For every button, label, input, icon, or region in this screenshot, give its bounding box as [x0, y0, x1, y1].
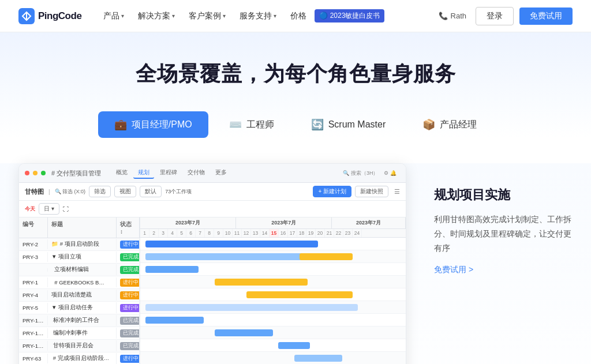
gantt-tab-overview[interactable]: 概览 — [111, 167, 132, 179]
bar-row — [140, 339, 406, 352]
gantt-bar — [145, 317, 204, 324]
gantt-body: 编号 标题 状态 ↕ PRY-2 📁 # 项目启动阶段 进行中 PRY-3 ▼ … — [19, 217, 406, 364]
gantt-today-bar: 今天 日 ▾ ⛶ — [19, 201, 406, 217]
gantt-tab-more[interactable]: 更多 — [211, 167, 231, 179]
tasks-count: 73个工作项 — [165, 188, 192, 196]
gantt-bars — [140, 238, 406, 364]
right-info-panel: 规划项目实施 利用甘特图高效完成计划制定、工作拆分、时间规划及里程碑确定，让交付… — [434, 163, 573, 275]
nav-whitepaper-badge[interactable]: 🔵 2023敏捷白皮书 — [315, 9, 384, 22]
bar-row — [140, 288, 406, 301]
nav-products[interactable]: 产品 ▾ — [98, 7, 130, 25]
hero-title: 全场景覆盖，为每个角色量身服务 — [18, 60, 573, 88]
gantt-bar — [278, 342, 310, 349]
role-tab-pmo[interactable]: 💼 项目经理/PMO — [98, 111, 208, 138]
chevron-down-icon: ▾ — [223, 13, 226, 19]
logo-text: PingCode — [38, 10, 81, 22]
table-row: PRY-3 ▼ 项目立项 已完成 — [19, 251, 140, 264]
table-row: PRY-149 标准冲刺的工件合 已完成 — [19, 314, 140, 327]
gantt-date-header: 2023年7月 2023年7月 2023年7月 1 2 3 4 5 6 7 8 … — [140, 217, 406, 238]
code-icon: ⌨️ — [229, 118, 242, 131]
window-maximize-dot — [41, 171, 46, 175]
gantt-tab-bar: 概览 规划 里程碑 交付物 更多 — [111, 167, 231, 179]
gantt-screenshot: # 交付型项目管理 概览 规划 里程碑 交付物 更多 🔍 搜索（3H） ⚙ 🔔 … — [18, 163, 406, 364]
gantt-bar — [246, 291, 353, 298]
gantt-tab-milestone[interactable]: 里程碑 — [155, 167, 182, 179]
gantt-bar — [145, 266, 199, 273]
role-tab-engineer[interactable]: ⌨️ 工程师 — [213, 111, 290, 138]
scrum-icon: 🔄 — [311, 118, 324, 131]
gantt-view-label: 甘特图 — [25, 187, 44, 196]
gantt-tab-plan[interactable]: 规划 — [133, 167, 154, 179]
gantt-tab-deliverable[interactable]: 交付物 — [183, 167, 210, 179]
gantt-toolbar: 甘特图 | 🔍 筛选 (X:0) 筛选 视图 默认 73个工作项 + 新建计划 … — [19, 183, 406, 201]
gantt-bar — [145, 304, 358, 311]
chevron-down-icon: ▾ — [172, 13, 175, 19]
default-btn[interactable]: 默认 — [140, 186, 162, 197]
new-plan-btn[interactable]: + 新建计划 — [313, 186, 351, 197]
login-button[interactable]: 登录 — [476, 7, 514, 25]
trial-button[interactable]: 免费试用 — [519, 7, 573, 25]
bar-row — [140, 301, 406, 314]
bar-row — [140, 327, 406, 339]
table-row: PRY-5 ▼ 项目启动任务 进行中 — [19, 302, 140, 314]
role-tabs: 💼 项目经理/PMO ⌨️ 工程师 🔄 Scrum Master 📦 产品经理 — [18, 111, 573, 138]
chevron-down-icon: ▾ — [121, 13, 124, 19]
bar-row — [140, 250, 406, 263]
gantt-bar — [294, 355, 342, 362]
briefcase-icon: 💼 — [114, 118, 127, 131]
new-snapshot-btn[interactable]: 新建快照 — [355, 186, 388, 197]
bar-row — [140, 263, 406, 276]
chevron-down-icon: ▾ — [274, 13, 276, 19]
role-tab-scrum[interactable]: 🔄 Scrum Master — [295, 111, 402, 138]
navbar: PingCode 产品 ▾ 解决方案 ▾ 客户案例 ▾ 服务支持 ▾ 价格 🔵 … — [0, 0, 591, 32]
gantt-topbar: # 交付型项目管理 概览 规划 里程碑 交付物 更多 🔍 搜索（3H） ⚙ 🔔 — [19, 164, 406, 183]
content-area: # 交付型项目管理 概览 规划 里程碑 交付物 更多 🔍 搜索（3H） ⚙ 🔔 … — [0, 163, 591, 364]
bar-row — [140, 352, 406, 364]
filter-btn[interactable]: 筛选 — [89, 186, 111, 197]
bar-row — [140, 276, 406, 288]
day-view-btn[interactable]: 日 ▾ — [39, 203, 59, 215]
col-title: 标题 — [48, 217, 117, 238]
gantt-bar — [300, 253, 353, 260]
gantt-bar — [145, 241, 318, 247]
right-panel-description: 利用甘特图高效完成计划制定、工作拆分、时间规划及里程碑确定，让交付更有序 — [434, 212, 573, 256]
gantt-column-headers: 编号 标题 状态 ↕ — [19, 217, 140, 238]
window-close-dot — [25, 171, 29, 175]
right-panel-title: 规划项目实施 — [434, 186, 573, 204]
box-icon: 📦 — [422, 118, 435, 131]
table-row: PRY-4 项目启动清楚疏 进行中 — [19, 289, 140, 302]
table-row: PRY-63 # 完成项目启动阶段… 进行中 — [19, 352, 140, 364]
table-row: PRY-1 # GEEKBOOKS B… 进行中 — [19, 276, 140, 289]
bar-row — [140, 238, 406, 250]
right-panel-cta[interactable]: 免费试用 > — [434, 265, 573, 275]
table-row: 立项材料编辑 已完成 — [19, 264, 140, 276]
view-btn[interactable]: 视图 — [114, 186, 136, 197]
col-id: 编号 — [19, 217, 48, 238]
gantt-bar — [215, 329, 273, 336]
nav-pricing[interactable]: 价格 — [285, 7, 312, 25]
role-tab-product[interactable]: 📦 产品经理 — [406, 111, 493, 138]
table-row: PRY-151 甘特项目开启会 已完成 — [19, 340, 140, 352]
hero-section: 全场景覆盖，为每个角色量身服务 💼 项目经理/PMO ⌨️ 工程师 🔄 Scru… — [0, 32, 591, 138]
nav-links: 产品 ▾ 解决方案 ▾ 客户案例 ▾ 服务支持 ▾ 价格 🔵 2023敏捷白皮书 — [98, 7, 429, 25]
gantt-days: 1 2 3 4 5 6 7 8 9 10 11 12 13 14 — [140, 229, 406, 237]
gantt-fullscreen-btn[interactable]: ⛶ — [63, 206, 69, 212]
table-row: PRY-2 📁 # 项目启动阶段 进行中 — [19, 238, 140, 251]
nav-phone: 📞 Rath — [439, 12, 466, 20]
gantt-months: 2023年7月 2023年7月 2023年7月 — [140, 217, 406, 229]
logo-icon — [18, 8, 35, 24]
table-row: PRY-150 编制冲刺事件 已完成 — [19, 327, 140, 340]
nav-cases[interactable]: 客户案例 ▾ — [183, 7, 231, 25]
bar-row — [140, 314, 406, 327]
col-status: 状态 ↕ — [117, 217, 140, 238]
window-minimize-dot — [33, 171, 38, 175]
nav-actions: 登录 免费试用 — [476, 7, 573, 25]
phone-icon: 📞 — [439, 12, 448, 20]
gantt-window-title: # 交付型项目管理 — [51, 169, 101, 178]
nav-support[interactable]: 服务支持 ▾ — [234, 7, 282, 25]
nav-solutions[interactable]: 解决方案 ▾ — [132, 7, 181, 25]
gantt-left-panel: 编号 标题 状态 ↕ PRY-2 📁 # 项目启动阶段 进行中 PRY-3 ▼ … — [19, 217, 140, 364]
gantt-chart-area: 2023年7月 2023年7月 2023年7月 1 2 3 4 5 6 7 8 … — [140, 217, 406, 364]
gantt-bar — [215, 279, 308, 286]
logo[interactable]: PingCode — [18, 8, 81, 24]
